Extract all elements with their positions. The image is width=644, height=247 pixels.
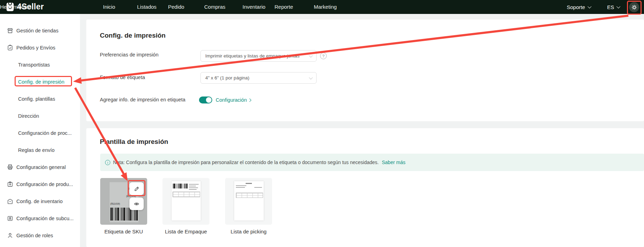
configuration-link[interactable]: Configuración — [216, 97, 251, 103]
sidebar-item-gestion-de-roles[interactable]: Gestión de roles — [0, 227, 80, 244]
sidebar-item-label: Configuración general — [16, 164, 66, 170]
eye-icon — [133, 201, 140, 207]
sidebar: Gestión de tiendas Pedidos y Envíos Tran… — [0, 14, 80, 247]
sidebar-item-configuracion-de-subcu[interactable]: Configuración de subcu... — [0, 210, 80, 227]
pencil-edit-icon — [134, 186, 140, 192]
template-card-picking-list[interactable] — [225, 178, 272, 225]
note-text: Nota: Configura la plantilla de impresió… — [113, 160, 379, 165]
sidebar-item-label: Dirección — [18, 113, 39, 119]
preferences-value: Imprimir etiquetas y listas de empaque j… — [205, 53, 300, 59]
sidebar-item-label: Configuración de subcu... — [16, 216, 73, 221]
subaccount-card-icon — [7, 215, 14, 222]
preferences-select[interactable]: Imprimir etiquetas y listas de empaque j… — [200, 50, 317, 62]
packing-list-preview — [172, 181, 201, 221]
chevron-down-icon — [617, 5, 620, 8]
sidebar-item-config-de-impresion[interactable]: Config. de impresión — [0, 73, 80, 90]
sidebar-item-label: Pedidos y Envíos — [16, 45, 55, 51]
toggle-knob — [206, 97, 212, 103]
template-card-sku-label[interactable]: (白条码) (期货SKU) (商品名称) (打 — [100, 178, 147, 225]
note-banner: i Nota: Configura la plantilla de impres… — [100, 154, 644, 171]
sidebar-item-gestion-de-tiendas[interactable]: Gestión de tiendas — [0, 22, 80, 39]
add-info-toggle[interactable] — [199, 97, 212, 103]
chevron-right-icon — [248, 98, 252, 102]
template-card-packing-list[interactable] — [162, 178, 209, 225]
format-label: Formato de etiqueta — [100, 75, 145, 80]
template-section-title: Plantilla de impresión — [100, 138, 168, 146]
card-label-sku: Etiqueta de SKU — [100, 229, 147, 234]
edit-template-button[interactable] — [129, 182, 144, 195]
configuration-link-label: Configuración — [216, 97, 247, 103]
chevron-down-icon — [309, 53, 313, 57]
sidebar-item-label: Config. de inventario — [16, 199, 63, 204]
support-menu[interactable]: Soporte — [567, 0, 590, 14]
language-label: ES — [607, 4, 614, 10]
sidebar-item-configuracion-de-produ[interactable]: Configuración de produ... — [0, 176, 80, 193]
barcode — [173, 184, 188, 188]
sidebar-item-label: Configuración de proc... — [18, 130, 72, 136]
mini-table — [236, 193, 263, 198]
nav-item-inicio[interactable]: Inicio — [103, 0, 115, 14]
sidebar-item-configuracion-general[interactable]: Configuración general — [0, 159, 80, 176]
print-settings-title: Config. de impresión — [100, 32, 166, 39]
sidebar-item-config-de-inventario[interactable]: Config. de inventario — [0, 193, 80, 210]
sidebar-item-label: Transportistas — [18, 62, 50, 68]
user-icon — [7, 232, 14, 239]
nav-item-pedido[interactable]: Pedido — [168, 0, 184, 14]
picking-list-preview — [234, 181, 264, 221]
sidebar-item-label: Gestión de tiendas — [16, 28, 58, 33]
mini-table — [173, 192, 200, 197]
sidebar-item-label: Gestión de roles — [16, 233, 53, 238]
support-label: Soporte — [567, 4, 585, 10]
nav-item-marketing[interactable]: Marketing — [314, 0, 337, 14]
sidebar-item-label: Configuración de produ... — [16, 182, 73, 187]
settings-gear-button[interactable] — [629, 2, 639, 12]
sidebar-item-label: Config. plantillas — [18, 96, 55, 102]
nav-item-herramientas[interactable]: Herramientas — [0, 0, 31, 14]
top-nav: 4Seller Inicio Listados Pedido Compras I… — [0, 0, 644, 14]
sidebar-item-config-plantillas[interactable]: Config. plantillas — [0, 90, 80, 107]
sidebar-item-reglas-de-envio[interactable]: Reglas de envío — [0, 141, 80, 159]
nav-item-compras[interactable]: Compras — [204, 0, 225, 14]
sidebar-item-configuracion-de-proc[interactable]: Configuración de proc... — [0, 124, 80, 141]
preferences-label: Preferencias de impresión — [100, 52, 158, 57]
card-label-picking: Lista de picking — [225, 229, 272, 234]
print-settings-section: Config. de impresión Preferencias de imp… — [86, 20, 644, 121]
card-label-packing: Lista de Empaque — [162, 229, 209, 234]
orders-icon — [7, 44, 14, 51]
sidebar-item-label: Reglas de envío — [18, 147, 55, 153]
sidebar-item-pedidos-y-envios[interactable]: Pedidos y Envíos — [0, 39, 80, 56]
print-template-section: Plantilla de impresión i Nota: Configura… — [86, 128, 644, 247]
sidebar-item-label: Config. de impresión — [18, 79, 64, 85]
chevron-down-icon — [309, 75, 313, 79]
store-icon — [7, 27, 14, 34]
inventory-box-icon — [7, 198, 14, 205]
sidebar-item-transportistas[interactable]: Transportistas — [0, 56, 80, 73]
learn-more-link[interactable]: Saber más — [382, 160, 406, 165]
nav-item-inventario[interactable]: Inventario — [243, 0, 265, 14]
chevron-down-icon — [587, 5, 591, 8]
language-menu[interactable]: ES — [607, 0, 619, 14]
printer-icon — [7, 164, 14, 171]
label-format-select[interactable]: 4" x 6" (1 por página) — [200, 72, 317, 84]
add-info-label: Agregar info. de impresión en etiqueta — [100, 97, 185, 102]
product-upload-icon — [7, 181, 14, 188]
nav-item-reporte[interactable]: Reporte — [275, 0, 293, 14]
help-icon[interactable]: ? — [320, 53, 327, 59]
preview-template-button[interactable] — [129, 198, 144, 210]
sidebar-item-direccion[interactable]: Dirección — [0, 107, 80, 124]
gear-icon — [631, 4, 637, 10]
info-icon: i — [105, 160, 110, 165]
nav-item-listados[interactable]: Listados — [137, 0, 157, 14]
preview-text: (商品名称) — [110, 202, 120, 206]
format-value: 4" x 6" (1 por página) — [205, 75, 249, 80]
